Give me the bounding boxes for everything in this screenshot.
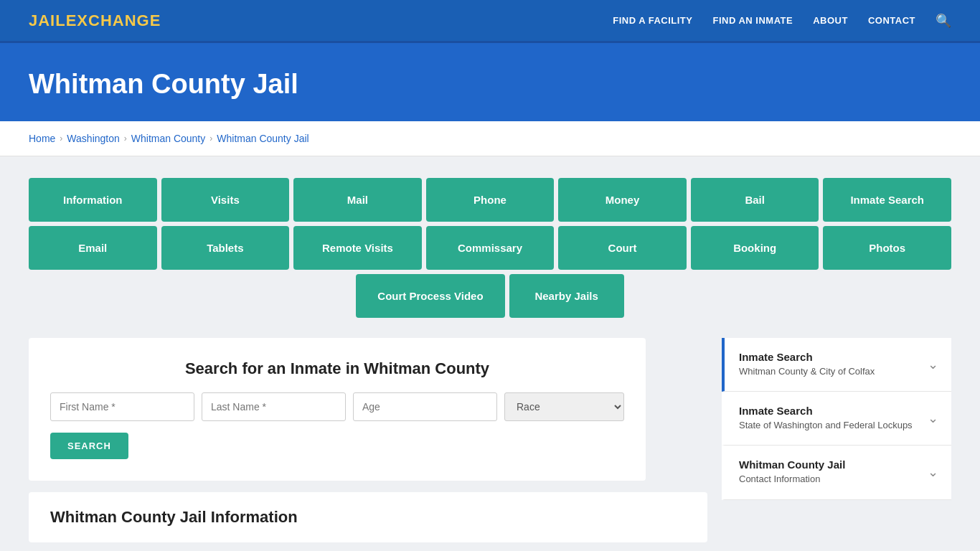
search-button[interactable]: SEARCH <box>50 433 128 459</box>
button-grid-row1: Information Visits Mail Phone Money Bail… <box>29 178 951 222</box>
search-icon[interactable]: 🔍 <box>936 13 951 29</box>
nav-about[interactable]: ABOUT <box>813 15 848 26</box>
btn-photos[interactable]: Photos <box>823 226 951 270</box>
jail-info-title: Whitman County Jail Information <box>50 508 686 527</box>
breadcrumb-whitman-county-jail[interactable]: Whitman County Jail <box>217 133 308 144</box>
btn-phone[interactable]: Phone <box>426 178 555 222</box>
btn-money[interactable]: Money <box>558 178 687 222</box>
sidebar-item-title-3: Whitman County Jail <box>739 458 845 471</box>
sidebar-item-sub-3: Contact Information <box>739 473 845 486</box>
breadcrumb-sep-3: › <box>209 133 212 143</box>
search-form-title: Search for an Inmate in Whitman County <box>50 359 624 378</box>
btn-bail[interactable]: Bail <box>691 178 819 222</box>
btn-booking[interactable]: Booking <box>691 226 819 270</box>
nav-find-facility[interactable]: FIND A FACILITY <box>613 15 692 26</box>
navbar: JAILEXCHANGE FIND A FACILITY FIND AN INM… <box>0 0 980 43</box>
site-logo[interactable]: JAILEXCHANGE <box>29 11 161 30</box>
logo-exchange: EXCHANGE <box>66 11 161 29</box>
breadcrumb-whitman-county[interactable]: Whitman County <box>131 133 205 144</box>
nav-contact[interactable]: CONTACT <box>868 15 915 26</box>
logo-jail: JAIL <box>29 11 66 29</box>
nav-find-inmate[interactable]: FIND AN INMATE <box>712 15 793 26</box>
button-grid-row2: Email Tablets Remote Visits Commissary C… <box>29 226 951 270</box>
sidebar-inmate-search-local[interactable]: Inmate Search Whitman County & City of C… <box>722 338 951 392</box>
breadcrumb-sep-2: › <box>124 133 127 143</box>
hero-section: Whitman County Jail <box>0 43 980 121</box>
btn-court-process-video[interactable]: Court Process Video <box>356 274 504 318</box>
chevron-icon-2: ⌄ <box>928 410 938 426</box>
last-name-input[interactable] <box>202 392 346 421</box>
page-title: Whitman County Jail <box>29 69 951 100</box>
sidebar-contact-info[interactable]: Whitman County Jail Contact Information … <box>722 446 951 499</box>
race-select[interactable]: Race White Black Hispanic Asian Other <box>504 392 624 421</box>
bottom-section: Search for an Inmate in Whitman County R… <box>29 338 951 542</box>
chevron-icon-3: ⌄ <box>928 464 938 480</box>
btn-remote-visits[interactable]: Remote Visits <box>293 226 422 270</box>
btn-court[interactable]: Court <box>558 226 687 270</box>
search-form-card: Search for an Inmate in Whitman County R… <box>29 338 646 481</box>
breadcrumb-home[interactable]: Home <box>29 133 55 144</box>
breadcrumb-sep-1: › <box>60 133 62 143</box>
breadcrumb-washington[interactable]: Washington <box>67 133 119 144</box>
btn-email[interactable]: Email <box>29 226 157 270</box>
btn-nearby-jails[interactable]: Nearby Jails <box>509 274 624 318</box>
first-name-input[interactable] <box>50 392 194 421</box>
sidebar-item-sub-1: Whitman County & City of Colfax <box>739 365 875 378</box>
sidebar: Inmate Search Whitman County & City of C… <box>722 338 951 500</box>
sidebar-item-sub-2: State of Washington and Federal Lockups <box>739 419 913 432</box>
sidebar-item-title-1: Inmate Search <box>739 351 875 363</box>
jail-info-section: Whitman County Jail Information <box>29 492 707 542</box>
age-input[interactable] <box>353 392 497 421</box>
btn-inmate-search[interactable]: Inmate Search <box>823 178 951 222</box>
sidebar-inmate-search-state[interactable]: Inmate Search State of Washington and Fe… <box>722 392 951 446</box>
main-content: Information Visits Mail Phone Money Bail… <box>0 156 980 551</box>
btn-tablets[interactable]: Tablets <box>161 226 290 270</box>
btn-commissary[interactable]: Commissary <box>426 226 555 270</box>
chevron-icon-1: ⌄ <box>928 357 938 372</box>
button-grid-row3: Court Process Video Nearby Jails <box>29 274 951 318</box>
sidebar-item-title-2: Inmate Search <box>739 405 913 417</box>
btn-mail[interactable]: Mail <box>293 178 422 222</box>
btn-information[interactable]: Information <box>29 178 157 222</box>
left-column: Search for an Inmate in Whitman County R… <box>29 338 707 542</box>
btn-visits[interactable]: Visits <box>161 178 290 222</box>
search-inputs: Race White Black Hispanic Asian Other <box>50 392 624 421</box>
nav-links: FIND A FACILITY FIND AN INMATE ABOUT CON… <box>613 13 951 29</box>
breadcrumb: Home › Washington › Whitman County › Whi… <box>0 121 980 156</box>
